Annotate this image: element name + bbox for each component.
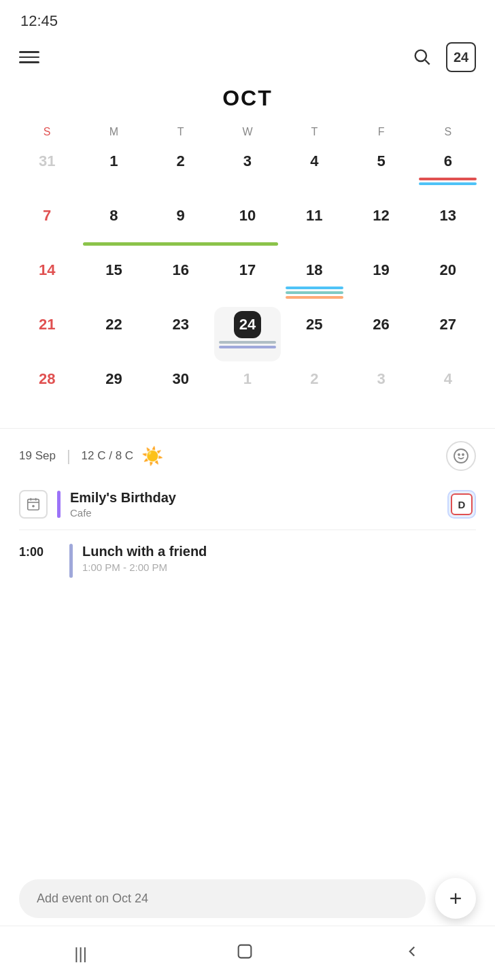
back-button[interactable] xyxy=(390,936,434,971)
svg-point-2 xyxy=(454,449,468,463)
cal-day-21[interactable]: 21 xyxy=(14,307,80,361)
event-bar xyxy=(419,182,477,185)
svg-line-1 xyxy=(425,60,429,64)
timed-event-range: 1:00 PM - 2:00 PM xyxy=(82,561,476,573)
recent-apps-button[interactable]: ||| xyxy=(61,937,101,970)
back-icon xyxy=(403,943,421,960)
event-bar xyxy=(419,178,477,180)
cal-day-2[interactable]: 2 xyxy=(148,144,214,198)
cal-day-7[interactable]: 7 xyxy=(14,198,80,252)
cal-day-19[interactable]: 19 xyxy=(347,252,414,307)
cal-day-23[interactable]: 23 xyxy=(148,307,214,361)
event-color-indicator xyxy=(69,544,73,578)
calendar-week-4: 21 22 23 24 25 26 27 xyxy=(14,307,481,361)
cal-day-16[interactable]: 16 xyxy=(148,252,214,307)
status-time: 12:45 xyxy=(20,12,58,29)
event-location: Cafe xyxy=(70,507,438,519)
bottom-nav: ||| xyxy=(0,926,495,980)
add-event-fab[interactable]: + xyxy=(435,878,476,919)
home-icon xyxy=(235,942,254,961)
cal-day-nov2[interactable]: 2 xyxy=(281,361,347,416)
cal-day-11[interactable]: 11 xyxy=(281,198,347,252)
calendar-icon xyxy=(19,490,48,519)
cal-day-26[interactable]: 26 xyxy=(347,307,414,361)
timed-event-details: Lunch with a friend 1:00 PM - 2:00 PM xyxy=(82,544,476,573)
svg-point-3 xyxy=(458,454,460,455)
event-divider xyxy=(19,529,476,530)
month-title: OCT xyxy=(14,79,481,123)
event-details: Emily's Birthday Cafe xyxy=(70,490,438,519)
search-button[interactable] xyxy=(409,44,434,71)
toolbar: 24 xyxy=(0,35,495,79)
today-badge[interactable]: 24 xyxy=(446,42,476,72)
day-weather-row: 19 Sep | 12 C / 8 C ☀️ xyxy=(19,441,476,471)
cal-day-nov4[interactable]: 4 xyxy=(415,361,481,416)
svg-rect-10 xyxy=(239,945,252,958)
cal-day-4[interactable]: 4 xyxy=(281,144,347,198)
cal-day-nov1[interactable]: 1 xyxy=(214,361,281,416)
cal-day-24[interactable]: 24 xyxy=(214,307,281,361)
smiley-icon xyxy=(453,448,469,464)
timed-event-title: Lunch with a friend xyxy=(82,544,476,559)
weekday-fri: F xyxy=(347,123,414,141)
section-divider xyxy=(0,428,495,429)
cal-day-20[interactable]: 20 xyxy=(415,252,481,307)
cal-day-15[interactable]: 15 xyxy=(80,252,147,307)
status-bar: 12:45 xyxy=(0,0,495,35)
calendar-week-1: 31 1 2 3 4 5 6 xyxy=(14,144,481,198)
weekday-row: S M T W T F S xyxy=(14,123,481,141)
event-birthday[interactable]: Emily's Birthday Cafe D xyxy=(19,483,476,525)
event-time: 1:00 xyxy=(19,544,60,559)
calendar-week-5: 28 29 30 1 2 3 4 xyxy=(14,361,481,416)
mood-button[interactable] xyxy=(446,441,476,471)
cal-day-22[interactable]: 22 xyxy=(80,307,147,361)
cal-day-1[interactable]: 1 xyxy=(80,144,147,198)
add-event-row: + xyxy=(0,878,495,919)
svg-point-0 xyxy=(415,50,426,61)
cal-day-13[interactable]: 13 xyxy=(415,198,481,252)
event-bar xyxy=(286,291,343,294)
span-event-bar-green xyxy=(83,242,278,246)
cal-day-28[interactable]: 28 xyxy=(14,361,80,416)
cal-day-6[interactable]: 6 xyxy=(415,144,481,198)
weekday-wed: W xyxy=(214,123,281,141)
day-date-label: 19 Sep xyxy=(19,449,56,463)
cal-day-nov3[interactable]: 3 xyxy=(347,361,414,416)
cal-day-31[interactable]: 31 xyxy=(14,144,80,198)
search-icon xyxy=(412,47,431,66)
app-icon[interactable]: D xyxy=(447,490,476,519)
cal-day-18[interactable]: 18 xyxy=(281,252,347,307)
menu-button[interactable] xyxy=(19,51,39,63)
event-bar xyxy=(219,346,277,348)
event-bar xyxy=(286,296,343,299)
cal-day-14[interactable]: 14 xyxy=(14,252,80,307)
event-bar xyxy=(219,341,277,344)
weekday-mon: M xyxy=(80,123,147,141)
home-button[interactable] xyxy=(222,935,268,972)
event-bar xyxy=(286,287,343,289)
weather-temp: 12 C / 8 C xyxy=(82,449,134,463)
cal-day-12[interactable]: 12 xyxy=(347,198,414,252)
cal-day-30[interactable]: 30 xyxy=(148,361,214,416)
toolbar-right: 24 xyxy=(409,42,476,72)
weather-icon: ☀️ xyxy=(141,446,163,467)
event-lunch[interactable]: 1:00 Lunch with a friend 1:00 PM - 2:00 … xyxy=(19,534,476,583)
recent-icon: ||| xyxy=(74,944,87,962)
cal-day-3[interactable]: 3 xyxy=(214,144,281,198)
cal-day-25[interactable]: 25 xyxy=(281,307,347,361)
weekday-sat: S xyxy=(415,123,481,141)
calendar-section: OCT S M T W T F S 31 1 2 3 4 5 6 xyxy=(0,79,495,416)
day-events-section: 19 Sep | 12 C / 8 C ☀️ xyxy=(0,441,495,583)
toolbar-left xyxy=(19,51,39,63)
cal-day-5[interactable]: 5 xyxy=(347,144,414,198)
weekday-sun: S xyxy=(14,123,80,141)
cal-day-27[interactable]: 27 xyxy=(415,307,481,361)
cal-day-29[interactable]: 29 xyxy=(80,361,147,416)
add-event-input[interactable] xyxy=(19,879,426,918)
cal-day-17[interactable]: 17 xyxy=(214,252,281,307)
svg-rect-5 xyxy=(28,500,39,510)
calendar-week-2-container: 7 8 9 10 11 12 13 xyxy=(14,198,481,252)
event-title: Emily's Birthday xyxy=(70,490,438,506)
svg-point-4 xyxy=(462,454,464,455)
plus-icon: + xyxy=(449,886,462,911)
